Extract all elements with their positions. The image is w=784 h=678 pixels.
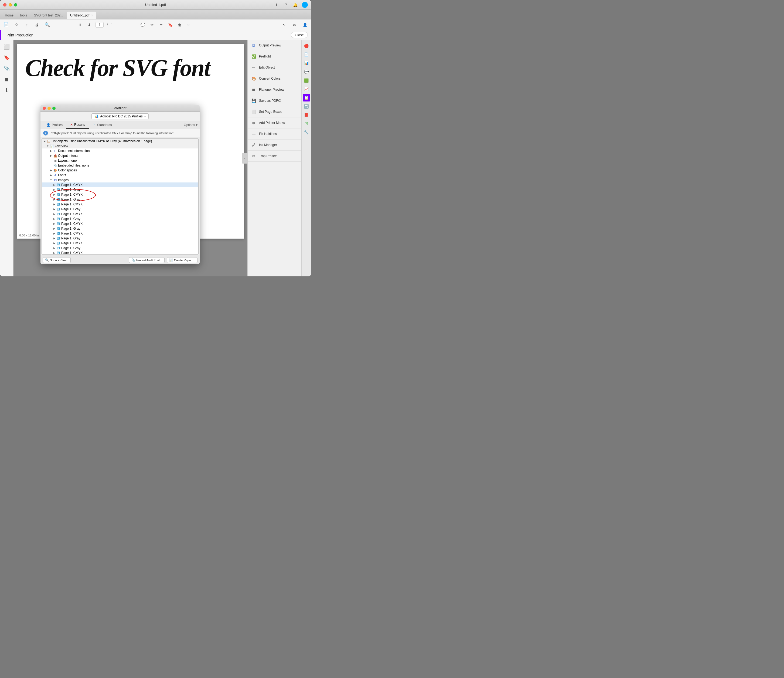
user-avatar[interactable] — [302, 2, 308, 8]
undo-icon[interactable]: ↩ — [186, 22, 192, 28]
preflight-info-message: Preflight profile "List objects using un… — [50, 131, 174, 135]
profile-icon[interactable]: 👤 — [302, 22, 308, 28]
prev-page-button[interactable]: ⬆ — [77, 22, 83, 28]
share-toolbar-icon[interactable]: ↑ — [24, 22, 30, 28]
options-dropdown[interactable]: Options ▾ — [184, 123, 198, 127]
annotation-icon[interactable]: ✒ — [159, 22, 164, 28]
tree-images[interactable]: ▼ 🖼 Images — [42, 178, 198, 182]
tree-page-cmyk-7[interactable]: ▶ 🖼 Page 1: CMYK — [42, 241, 198, 246]
tree-page-gray-4[interactable]: ▶ 🖼 Page 1: Gray — [42, 217, 198, 221]
bookmark-icon[interactable]: ☆ — [14, 22, 19, 28]
tree-page-cmyk-4[interactable]: ▶ 🖼 Page 1: CMYK — [42, 212, 198, 217]
tree-page-cmyk-8[interactable]: ▶ 🖼 Page 1: CMYK — [42, 251, 198, 254]
tree-page-gray-7[interactable]: ▶ 🖼 Page 1: Gray — [42, 246, 198, 251]
cursor-icon[interactable]: ↖ — [282, 22, 287, 28]
minimize-button[interactable] — [9, 3, 12, 6]
right-panel-save-pdfx[interactable]: 💾 Save as PDF/X — [248, 95, 301, 106]
colors-arrow-icon: ▶ — [49, 169, 53, 172]
mail-icon[interactable]: ✉ — [292, 22, 297, 28]
tree-page-cmyk-6[interactable]: ▶ 🖼 Page 1: CMYK — [42, 231, 198, 236]
tab-close-icon[interactable]: ✕ — [91, 14, 93, 17]
sidebar-info-icon[interactable]: ℹ — [2, 86, 11, 95]
rc-icon-7-active[interactable]: 📋 — [303, 94, 310, 101]
create-report-button[interactable]: 📊 Create Report... — [167, 257, 198, 263]
right-panel-ink-manager[interactable]: 🖊 Ink Manager — [248, 140, 301, 151]
help-icon[interactable]: ? — [283, 2, 288, 7]
rc-icon-3[interactable]: 📊 — [303, 59, 310, 67]
rc-icon-1[interactable]: 🔴 — [303, 42, 310, 50]
right-panel-convert-colors[interactable]: 🎨 Convert Colors — [248, 73, 301, 84]
right-panel-set-page-boxes[interactable]: ⬜ Set Page Boxes — [248, 106, 301, 117]
rc-icon-8[interactable]: 🔄 — [303, 103, 310, 110]
pen-icon[interactable]: ✏ — [149, 22, 155, 28]
sidebar-pages-icon[interactable]: ⬜ — [2, 43, 11, 51]
tab-tools[interactable]: Tools — [16, 12, 30, 19]
tree-color-spaces[interactable]: ▶ 🎨 Color spaces — [42, 168, 198, 173]
tree-page-gray-2[interactable]: ▶ 🖼 Page 1: Gray — [42, 197, 198, 202]
tree-page-cmyk-2[interactable]: ▶ 🖼 Page 1: CMYK — [42, 192, 198, 197]
notifications-icon[interactable]: 🔔 — [293, 2, 297, 7]
sidebar-attachments-icon[interactable]: 📎 — [2, 64, 11, 73]
tree-embedded-files[interactable]: ▶ 📎 Embedded files: none — [42, 163, 198, 168]
share-icon[interactable]: ⬆ — [274, 2, 279, 7]
tree-page-cmyk-3[interactable]: ▶ 🖼 Page 1: CMYK — [42, 202, 198, 207]
embed-audit-button[interactable]: 📎 Embed Audit Trail... — [129, 257, 164, 263]
tab-svg-font[interactable]: SVG font test_202... — [31, 12, 66, 19]
tab-untitled-pdf[interactable]: Untitled-1.pdf ✕ — [67, 12, 96, 19]
tree-page-gray-6[interactable]: ▶ 🖼 Page 1: Gray — [42, 236, 198, 241]
tree-root-item[interactable]: ▶ 📋 List objects using uncalibrated CMYK… — [42, 139, 198, 143]
new-document-icon[interactable]: 📄 — [3, 22, 9, 28]
stamp-icon[interactable]: 🔖 — [168, 22, 173, 28]
profile-dropdown[interactable]: 📊 Acrobat Pro DC 2015 Profiles ▾ — [92, 113, 148, 119]
p1cmyk6-arrow-icon: ▶ — [53, 232, 56, 235]
comment-icon[interactable]: 💬 — [140, 22, 146, 28]
embedded-label: Embedded files: none — [58, 164, 89, 167]
tree-page-cmyk-5[interactable]: ▶ 🖼 Page 1: CMYK — [42, 221, 198, 226]
tree-page-gray-1[interactable]: ▶ 🖼 Page 1: Gray — [42, 187, 198, 192]
delete-icon[interactable]: 🗑 — [177, 22, 183, 28]
show-in-snap-button[interactable]: 🔍 Show in Snap — [43, 257, 71, 263]
sidebar-bookmarks-icon[interactable]: 🔖 — [2, 53, 11, 62]
preflight-minimize-button[interactable] — [47, 107, 51, 110]
tab-standards[interactable]: 🏳 Standards — [89, 122, 116, 128]
right-panel-output-preview[interactable]: 🖥 Output Preview — [248, 40, 301, 51]
rc-icon-10[interactable]: ☑ — [303, 120, 310, 128]
right-panel-trap-presets[interactable]: ⧉ Trap Presets — [248, 151, 301, 162]
right-panel-edit-object[interactable]: ✏ Edit Object — [248, 62, 301, 73]
right-panel-flattener[interactable]: ◼ Flattener Preview — [248, 84, 301, 95]
preflight-maximize-button[interactable] — [52, 107, 56, 110]
rc-icon-6[interactable]: 📈 — [303, 85, 310, 93]
tree-doc-info[interactable]: ▶ 🗒 Document information — [42, 148, 198, 153]
page-number-input[interactable]: 1 — [95, 22, 104, 28]
right-panel-printer-marks[interactable]: ⊕ Add Printer Marks — [248, 117, 301, 128]
sidebar-layers-icon[interactable]: ◼ — [2, 75, 11, 84]
preflight-tree[interactable]: ▶ 📋 List objects using uncalibrated CMYK… — [42, 139, 199, 254]
tree-output-intents[interactable]: ▶ 📤 Output Intents — [42, 153, 198, 158]
tree-fonts[interactable]: ▶ A Fonts — [42, 173, 198, 178]
maximize-button[interactable] — [14, 3, 17, 6]
tab-results[interactable]: ✕ Results — [66, 121, 89, 129]
rc-icon-2[interactable]: 📄 — [303, 51, 310, 58]
right-panel-fix-hairlines[interactable]: — Fix Hairlines — [248, 128, 301, 140]
tree-page-cmyk-1[interactable]: ▶ 🖼 Page 1: CMYK — [42, 182, 198, 187]
tree-page-gray-3[interactable]: ▶ 🖼 Page 1: Gray — [42, 207, 198, 212]
tree-page-gray-5[interactable]: ▶ 🖼 Page 1: Gray — [42, 226, 198, 231]
close-button-print[interactable]: Close — [291, 32, 308, 38]
close-button[interactable] — [3, 3, 6, 6]
right-panel-preflight[interactable]: ✅ Preflight — [248, 51, 301, 62]
preflight-close-button[interactable] — [43, 107, 46, 110]
tab-home[interactable]: Home — [2, 12, 16, 19]
rc-icon-11[interactable]: 🔧 — [303, 128, 310, 136]
zoom-icon[interactable]: 🔍 — [44, 22, 50, 28]
rc-icon-4[interactable]: 💬 — [303, 68, 310, 76]
print-icon[interactable]: 🖨 — [34, 22, 40, 28]
docinfo-arrow-icon: ▶ — [49, 149, 53, 153]
rc-icon-5[interactable]: 🟩 — [303, 76, 310, 84]
next-page-button[interactable]: ⬇ — [86, 22, 92, 28]
rc-icon-9[interactable]: 📕 — [303, 111, 310, 119]
scroll-handle[interactable]: ‹ — [242, 153, 247, 164]
tab-profiles[interactable]: 👤 Profiles — [43, 122, 66, 128]
fix-hairlines-label: Fix Hairlines — [259, 132, 277, 136]
tree-layers[interactable]: ▶ ◼ Layers: none — [42, 158, 198, 163]
tree-overview[interactable]: ▼ 📊 Overview — [42, 143, 198, 148]
